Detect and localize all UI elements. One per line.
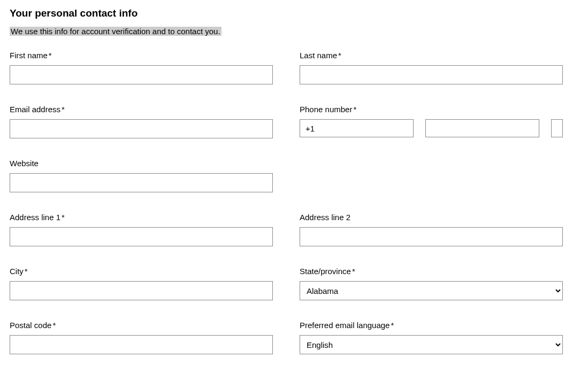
- required-indicator: *: [62, 105, 65, 114]
- phone-field: Phone number*: [300, 105, 563, 138]
- state-label-text: State/province: [300, 267, 351, 276]
- required-indicator: *: [52, 321, 56, 330]
- page-title: Your personal contact info: [10, 7, 578, 19]
- address1-input[interactable]: [10, 227, 273, 246]
- postal-label: Postal code*: [10, 321, 273, 330]
- last-name-label-text: Last name: [300, 51, 337, 60]
- last-name-label: Last name*: [300, 51, 563, 60]
- email-input[interactable]: [10, 119, 273, 138]
- page-subtitle: We use this info for account verificatio…: [10, 27, 222, 36]
- required-indicator: *: [62, 213, 65, 222]
- phone-label-text: Phone number: [300, 105, 352, 114]
- city-input[interactable]: [10, 281, 273, 300]
- lang-select[interactable]: English: [300, 335, 563, 354]
- address2-label: Address line 2: [300, 213, 563, 222]
- email-field: Email address*: [10, 105, 273, 138]
- state-label: State/province*: [300, 267, 563, 276]
- required-indicator: *: [25, 267, 28, 276]
- address1-label-text: Address line 1: [10, 213, 60, 222]
- required-indicator: *: [352, 267, 355, 276]
- required-indicator: *: [49, 51, 52, 60]
- phone-input-row: [300, 119, 563, 137]
- website-label-text: Website: [10, 159, 39, 168]
- required-indicator: *: [338, 51, 341, 60]
- lang-field: Preferred email language* English: [300, 321, 563, 354]
- form-grid: First name* Last name* Email address* Ph…: [10, 51, 577, 354]
- postal-label-text: Postal code: [10, 321, 51, 330]
- state-select[interactable]: Alabama: [300, 281, 563, 300]
- required-indicator: *: [353, 105, 356, 114]
- address2-input[interactable]: [300, 227, 563, 246]
- last-name-field: Last name*: [300, 51, 563, 84]
- address2-label-text: Address line 2: [300, 213, 350, 222]
- email-label-text: Email address: [10, 105, 60, 114]
- website-input[interactable]: [10, 173, 273, 192]
- postal-input[interactable]: [10, 335, 273, 354]
- address1-label: Address line 1*: [10, 213, 273, 222]
- phone-area-input[interactable]: [425, 119, 539, 137]
- first-name-label-text: First name: [10, 51, 48, 60]
- phone-number-input[interactable]: [551, 119, 563, 137]
- phone-country-code-input[interactable]: [300, 119, 414, 137]
- first-name-label: First name*: [10, 51, 273, 60]
- website-label: Website: [10, 159, 273, 168]
- lang-label-text: Preferred email language: [300, 321, 390, 330]
- email-label: Email address*: [10, 105, 273, 114]
- state-field: State/province* Alabama: [300, 267, 563, 300]
- first-name-input[interactable]: [10, 65, 273, 84]
- postal-field: Postal code*: [10, 321, 273, 354]
- city-label-text: City: [10, 267, 24, 276]
- website-field: Website: [10, 159, 273, 192]
- city-field: City*: [10, 267, 273, 300]
- required-indicator: *: [391, 321, 394, 330]
- last-name-input[interactable]: [300, 65, 563, 84]
- address2-field: Address line 2: [300, 213, 563, 246]
- first-name-field: First name*: [10, 51, 273, 84]
- city-label: City*: [10, 267, 273, 276]
- lang-label: Preferred email language*: [300, 321, 563, 330]
- phone-label: Phone number*: [300, 105, 563, 114]
- address1-field: Address line 1*: [10, 213, 273, 246]
